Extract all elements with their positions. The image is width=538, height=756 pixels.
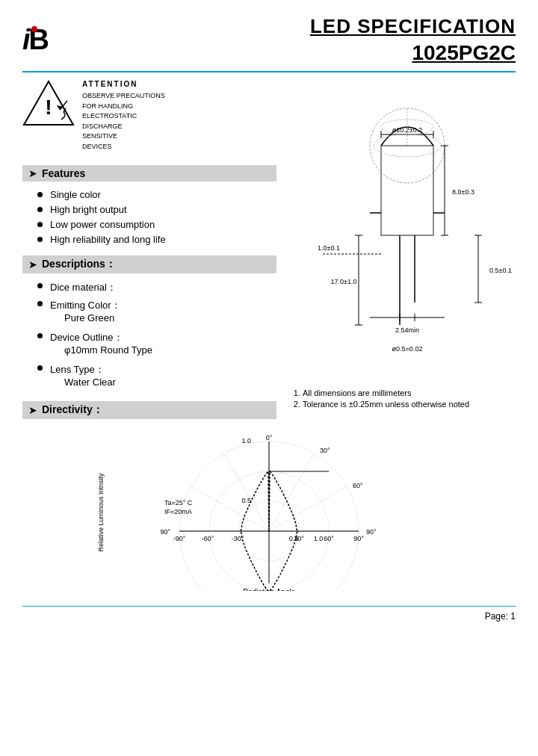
bullet-icon xyxy=(37,207,43,212)
led-dimensional-diagram: ø10.2±0.2 8.0±0.3 2.54min 17.0±1.0 xyxy=(284,86,531,385)
list-item: Device Outline： φ10mm Round Type xyxy=(37,331,276,359)
attention-box: ! ATTENTION OBSERVE PRECAUTIONS FOR HAND… xyxy=(22,78,276,152)
feature-low-power: Low power consumption xyxy=(50,219,155,230)
list-item: Low power consumption xyxy=(37,219,276,230)
device-outline-label: Device Outline： xyxy=(50,331,123,344)
features-list: Single color High bright output Low powe… xyxy=(37,189,276,245)
title-area: LED SPECIFICATION 1025PG2C xyxy=(310,15,516,65)
svg-text:90°: 90° xyxy=(353,535,364,542)
emitting-color-label: Emitting Color： xyxy=(50,299,121,312)
svg-text:Ta=25° C: Ta=25° C xyxy=(164,499,193,506)
feature-high-bright: High bright output xyxy=(50,204,127,215)
svg-text:60°: 60° xyxy=(353,482,363,489)
svg-line-42 xyxy=(224,454,269,531)
esd-symbol: ! xyxy=(22,78,75,131)
svg-text:60°: 60° xyxy=(324,535,334,542)
polar-chart-area: Relative Luminous Intnsity xyxy=(22,427,516,591)
svg-text:90°: 90° xyxy=(366,528,377,536)
bullet-icon xyxy=(37,333,43,338)
feature-high-reliability: High reliability and long life xyxy=(50,234,166,245)
svg-text:1.0: 1.0 xyxy=(314,535,324,542)
list-item: High bright output xyxy=(37,204,276,215)
svg-text:0.5±0.1: 0.5±0.1 xyxy=(489,267,512,274)
left-column: ! ATTENTION OBSERVE PRECAUTIONS FOR HAND… xyxy=(22,78,276,427)
bullet-icon xyxy=(37,365,43,371)
svg-line-44 xyxy=(191,486,269,531)
bullet-icon xyxy=(37,222,43,227)
right-column: ø10.2±0.2 8.0±0.3 2.54min 17.0±1.0 xyxy=(284,78,531,427)
descriptions-title: Descriptions： xyxy=(42,258,116,271)
svg-text:8.0±0.3: 8.0±0.3 xyxy=(452,188,474,196)
note-2: Tolerance is ±0.25mm unless otherwise no… xyxy=(303,400,531,409)
svg-line-41 xyxy=(269,454,314,531)
logo-area: iB xyxy=(22,24,49,56)
directivity-title: Directivity： xyxy=(42,403,103,417)
svg-text:90°: 90° xyxy=(160,528,170,536)
page-title: LED SPECIFICATION xyxy=(310,15,516,38)
svg-text:1.0: 1.0 xyxy=(241,437,251,444)
header: iB LED SPECIFICATION 1025PG2C xyxy=(22,15,516,72)
svg-text:!: ! xyxy=(45,96,52,119)
list-item: Lens Type： Water Clear xyxy=(37,363,276,391)
footer: Page: 1 xyxy=(22,606,516,622)
page-number: Page: 1 xyxy=(485,611,516,622)
attention-text: ATTENTION OBSERVE PRECAUTIONS FOR HANDLI… xyxy=(82,78,165,152)
features-section-header: ➤ Features xyxy=(22,165,276,182)
feature-single-color: Single color xyxy=(50,189,101,200)
model-number: 1025PG2C xyxy=(310,41,516,65)
notes-list: All dimensions are millimeters Tolerance… xyxy=(303,388,531,409)
notes-area: All dimensions are millimeters Tolerance… xyxy=(288,388,531,409)
list-item: Emitting Color： Pure Green xyxy=(37,299,276,326)
svg-rect-5 xyxy=(381,146,433,235)
svg-text:0°: 0° xyxy=(266,434,273,441)
list-item: High reliability and long life xyxy=(37,234,276,245)
descriptions-list: Dice material： Emitting Color： Pure Gree… xyxy=(37,281,276,391)
features-title: Features xyxy=(42,167,85,179)
lens-type-label: Lens Type： xyxy=(50,363,105,377)
list-item: Single color xyxy=(37,189,276,200)
svg-text:-60°: -60° xyxy=(202,535,214,542)
svg-text:17.0±1.0: 17.0±1.0 xyxy=(331,278,357,285)
note-1: All dimensions are millimeters xyxy=(303,388,531,397)
polar-chart: Relative Luminous Intnsity xyxy=(90,427,448,591)
bullet-icon xyxy=(37,192,43,197)
directivity-section-header: ➤ Directivity： xyxy=(22,401,276,419)
svg-text:Relative Luminous Intnsity: Relative Luminous Intnsity xyxy=(97,473,105,552)
lens-type-value: Water Clear xyxy=(64,377,116,388)
svg-text:-30°: -30° xyxy=(232,535,244,542)
descriptions-section-header: ➤ Descriptions： xyxy=(22,255,276,273)
directivity-arrow-icon: ➤ xyxy=(28,404,37,416)
svg-text:ø0.5=0.02: ø0.5=0.02 xyxy=(392,345,423,353)
svg-text:Radiation Angle: Radiation Angle xyxy=(243,588,295,591)
svg-text:0.5: 0.5 xyxy=(289,535,299,542)
device-outline-value: φ10mm Round Type xyxy=(64,344,152,356)
svg-text:30°: 30° xyxy=(320,447,330,454)
svg-line-43 xyxy=(269,486,347,531)
bullet-icon xyxy=(37,283,43,288)
dice-material-label: Dice material： xyxy=(50,281,117,294)
list-item: Dice material： xyxy=(37,281,276,294)
descriptions-arrow-icon: ➤ xyxy=(28,258,37,270)
bullet-icon xyxy=(37,301,43,306)
emitting-color-value: Pure Green xyxy=(64,312,114,323)
bullet-icon xyxy=(37,237,43,242)
svg-text:-90°: -90° xyxy=(173,535,186,542)
svg-text:2.54min: 2.54min xyxy=(395,326,419,334)
svg-text:0.5: 0.5 xyxy=(241,497,251,504)
svg-text:1.0±0.1: 1.0±0.1 xyxy=(318,244,340,252)
svg-text:IF=20mA: IF=20mA xyxy=(164,508,192,515)
logo-text: i xyxy=(22,24,29,55)
features-arrow-icon: ➤ xyxy=(28,167,37,179)
